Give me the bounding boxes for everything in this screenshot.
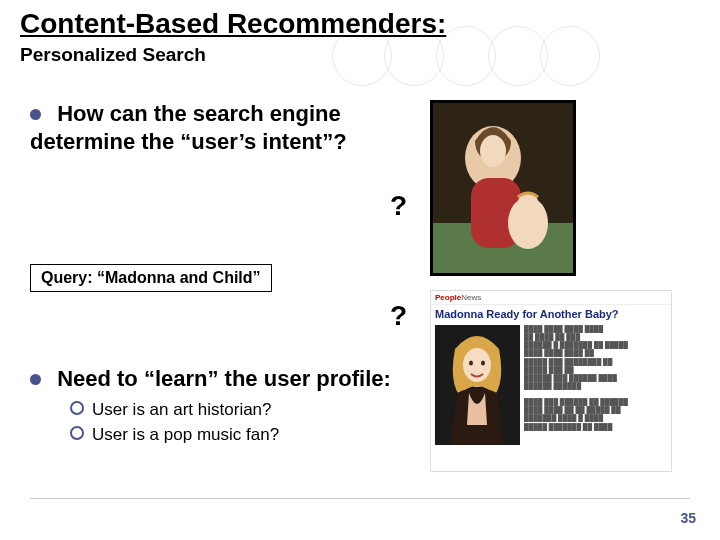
question-mark-top: ?	[390, 190, 407, 222]
bullet-learn-profile: Need to “learn” the user profile:	[30, 366, 430, 392]
svg-point-10	[469, 361, 473, 366]
bullet-learn-profile-text: Need to “learn” the user profile:	[57, 366, 391, 391]
painting-image	[430, 100, 576, 276]
celebrity-photo-icon	[435, 325, 520, 445]
svg-point-3	[480, 135, 506, 167]
svg-point-11	[481, 361, 485, 366]
question-mark-bottom: ?	[390, 300, 407, 332]
madonna-painting-icon	[433, 103, 573, 273]
news-source: PeopleNews	[431, 291, 671, 305]
footer-rule	[30, 498, 690, 499]
page-number: 35	[680, 510, 696, 526]
sub-bullet-pop-fan: User is a pop music fan?	[70, 423, 279, 448]
sub-bullets: User is an art historian? User is a pop …	[70, 398, 279, 447]
news-headline: Madonna Ready for Another Baby?	[431, 305, 671, 323]
slide: Content-Based Recommenders: Personalized…	[0, 0, 720, 540]
query-box: Query: “Madonna and Child”	[30, 264, 272, 292]
news-source-prefix: People	[435, 293, 461, 302]
slide-subtitle: Personalized Search	[20, 44, 206, 66]
news-body-text: ████ ████ ████ ██████ ████ ██ █████████ …	[524, 325, 667, 445]
bullet-intent-text: How can the search engine determine the …	[30, 101, 347, 154]
sub-bullet-art-historian: User is an art historian?	[70, 398, 279, 423]
news-body: ████ ████ ████ ██████ ████ ██ █████████ …	[431, 323, 671, 447]
slide-title: Content-Based Recommenders:	[20, 8, 446, 40]
news-source-suffix: News	[461, 293, 481, 302]
bullet-intent: How can the search engine determine the …	[30, 100, 350, 155]
news-article-image: PeopleNews Madonna Ready for Another Bab…	[430, 290, 672, 472]
